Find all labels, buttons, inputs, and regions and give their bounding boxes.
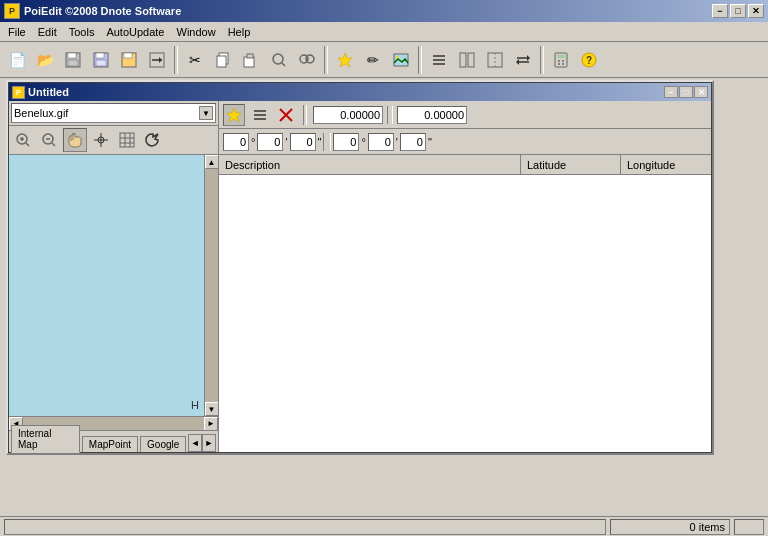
inner-minimize-button[interactable]: − — [664, 86, 678, 98]
menu-help[interactable]: Help — [222, 24, 257, 40]
export-button[interactable] — [144, 47, 170, 73]
grid-button[interactable] — [115, 128, 139, 152]
svg-line-47 — [52, 143, 55, 146]
paste-button[interactable] — [238, 47, 264, 73]
svg-rect-52 — [120, 133, 134, 147]
poi-edit-button[interactable]: ✏ — [360, 47, 386, 73]
title-bar-left: P PoiEdit ©2008 Dnote Software — [4, 3, 181, 19]
lon-min-input[interactable] — [368, 133, 394, 151]
open-button[interactable]: 📂 — [32, 47, 58, 73]
minimize-button[interactable]: − — [712, 4, 728, 18]
vscroll-down-button[interactable]: ▼ — [205, 402, 219, 416]
tab-scroll-left[interactable]: ◄ — [188, 434, 202, 452]
tab-scroll-right[interactable]: ► — [202, 434, 216, 452]
menu-tools[interactable]: Tools — [63, 24, 101, 40]
tab-mappoint[interactable]: MapPoint — [82, 436, 138, 452]
replace-button[interactable] — [294, 47, 320, 73]
inner-content: Benelux.gif ▼ — [9, 101, 711, 452]
status-left — [4, 519, 606, 535]
svg-marker-57 — [227, 108, 241, 122]
vscroll-up-button[interactable]: ▲ — [205, 155, 219, 169]
svg-rect-12 — [217, 56, 226, 67]
poi-add-button[interactable] — [332, 47, 358, 73]
split-button[interactable] — [454, 47, 480, 73]
svg-rect-28 — [488, 53, 502, 67]
svg-line-16 — [282, 63, 285, 66]
map-view-container: H ▲ ▼ ◄ ► — [9, 155, 218, 430]
close-button[interactable]: ✕ — [748, 4, 764, 18]
transfer-button[interactable] — [510, 47, 536, 73]
lon-sec-input[interactable] — [400, 133, 426, 151]
inner-window-title: Untitled — [28, 86, 69, 98]
vscroll-track[interactable] — [205, 169, 219, 402]
merge-button[interactable] — [482, 47, 508, 73]
sep2 — [324, 46, 328, 74]
lat-min-symbol: ' — [285, 136, 287, 148]
map-tools — [9, 126, 218, 155]
lat-decimal-input[interactable] — [313, 106, 383, 124]
inner-title-bar: P Untitled − □ ✕ — [9, 83, 711, 101]
main-toolbar: 📄 📂 ✂ ✏ — [0, 42, 768, 78]
delete-poi-button[interactable] — [275, 104, 297, 126]
lon-decimal-input[interactable] — [397, 106, 467, 124]
add-poi-button[interactable] — [223, 104, 245, 126]
menu-file[interactable]: File — [2, 24, 32, 40]
list-view-button[interactable] — [249, 104, 271, 126]
align-button[interactable] — [426, 47, 452, 73]
inner-close-button[interactable]: ✕ — [694, 86, 708, 98]
svg-rect-35 — [557, 55, 565, 58]
svg-rect-5 — [96, 60, 106, 66]
tab-internal-map[interactable]: Internal Map — [11, 425, 80, 453]
lon-deg-symbol: ° — [361, 136, 365, 148]
tab-google[interactable]: Google — [140, 436, 186, 452]
cut-button[interactable]: ✂ — [182, 47, 208, 73]
inner-window-frame: P Untitled − □ ✕ Benelux.gif ▼ — [6, 80, 714, 455]
col-header-longitude: Longitude — [621, 155, 711, 174]
lat-deg-input[interactable] — [223, 133, 249, 151]
image-button[interactable] — [388, 47, 414, 73]
items-count: 0 items — [690, 521, 725, 533]
zoom-in-button[interactable] — [11, 128, 35, 152]
status-right: 0 items — [610, 519, 730, 535]
map-dropdown-value: Benelux.gif — [14, 107, 68, 119]
refresh-map-button[interactable] — [141, 128, 165, 152]
maximize-button[interactable]: □ — [730, 4, 746, 18]
dms-sep — [323, 133, 331, 151]
map-area-row: H ▲ ▼ — [9, 155, 218, 416]
saveas-button[interactable] — [116, 47, 142, 73]
floppy-button[interactable] — [60, 47, 86, 73]
help-button[interactable]: ? — [576, 47, 602, 73]
svg-point-15 — [273, 54, 283, 64]
menu-bar: File Edit Tools AutoUpdate Window Help — [0, 22, 768, 42]
lat-min-input[interactable] — [257, 133, 283, 151]
data-panel: ° ' " ° ' " Description Latitude — [219, 101, 711, 452]
menu-edit[interactable]: Edit — [32, 24, 63, 40]
data-toolbar-dms: ° ' " ° ' " — [219, 129, 711, 155]
sep1 — [174, 46, 178, 74]
inner-window: P Untitled − □ ✕ Benelux.gif ▼ — [8, 82, 712, 453]
lat-deg-symbol: ° — [251, 136, 255, 148]
menu-window[interactable]: Window — [171, 24, 222, 40]
map-dropdown[interactable]: Benelux.gif ▼ — [11, 103, 216, 123]
svg-rect-14 — [247, 54, 253, 58]
hscroll-right-button[interactable]: ► — [204, 417, 218, 431]
hand-tool-button[interactable] — [63, 128, 87, 152]
table-header: Description Latitude Longitude — [219, 155, 711, 175]
copy-button[interactable] — [210, 47, 236, 73]
inner-restore-button[interactable]: □ — [679, 86, 693, 98]
new-button[interactable]: 📄 — [4, 47, 30, 73]
save-button[interactable] — [88, 47, 114, 73]
zoom-out-button[interactable] — [37, 128, 61, 152]
lat-sec-input[interactable] — [290, 133, 316, 151]
crosshair-button[interactable] — [89, 128, 113, 152]
svg-marker-33 — [516, 59, 519, 65]
lon-deg-input[interactable] — [333, 133, 359, 151]
find-button[interactable] — [266, 47, 292, 73]
menu-autoupdate[interactable]: AutoUpdate — [100, 24, 170, 40]
status-bar: 0 items — [0, 516, 768, 536]
dropdown-arrow-button[interactable]: ▼ — [199, 106, 213, 120]
calc-button[interactable] — [548, 47, 574, 73]
map-label: H — [191, 399, 199, 411]
svg-marker-20 — [338, 53, 352, 67]
map-view[interactable]: H — [9, 155, 204, 416]
